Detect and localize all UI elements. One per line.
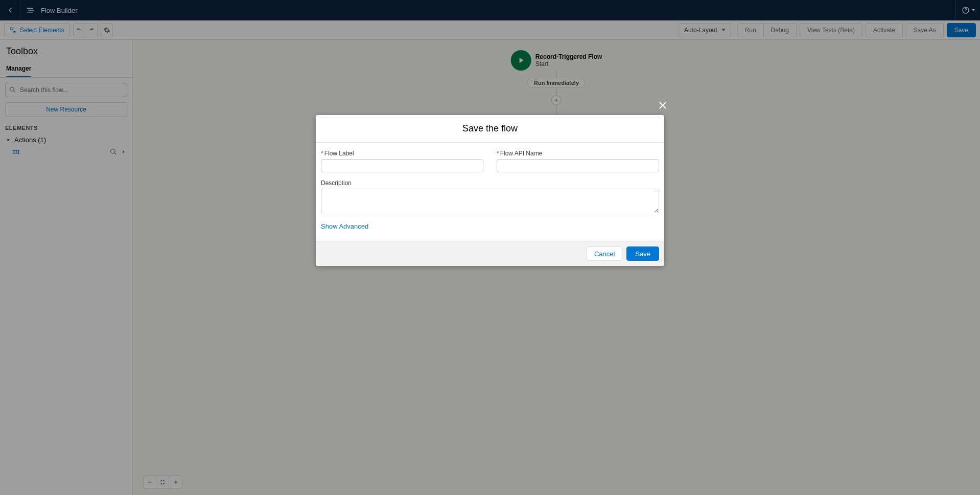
modal-overlay[interactable]: Save the flow *Flow Label *Flow API Name… — [0, 0, 980, 495]
flow-label-field: *Flow Label — [321, 150, 483, 172]
cancel-button[interactable]: Cancel — [587, 246, 622, 261]
api-name-label: *Flow API Name — [497, 150, 659, 157]
flow-label-label: *Flow Label — [321, 150, 483, 157]
api-name-field: *Flow API Name — [497, 150, 659, 172]
description-field: Description — [321, 179, 659, 213]
modal-close-button[interactable] — [657, 100, 668, 113]
modal-save-label: Save — [635, 250, 650, 258]
modal-title: Save the flow — [316, 115, 664, 143]
show-advanced-link[interactable]: Show Advanced — [321, 222, 368, 230]
modal-save-button[interactable]: Save — [626, 246, 659, 261]
modal-footer: Cancel Save — [316, 241, 664, 266]
modal-body: *Flow Label *Flow API Name Description S… — [316, 143, 664, 241]
flow-label-input[interactable] — [321, 159, 483, 172]
cancel-label: Cancel — [594, 250, 615, 258]
description-input[interactable] — [321, 189, 659, 213]
close-icon — [657, 100, 668, 111]
save-flow-modal: Save the flow *Flow Label *Flow API Name… — [316, 115, 664, 266]
description-label: Description — [321, 179, 659, 187]
api-name-input[interactable] — [497, 159, 659, 172]
